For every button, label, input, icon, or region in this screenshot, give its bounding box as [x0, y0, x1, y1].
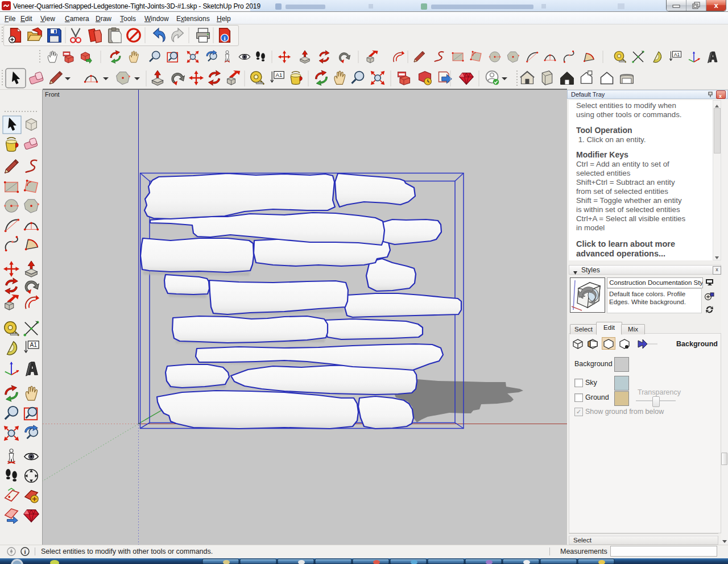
svg-text:i: i — [24, 548, 26, 555]
svg-text:x: x — [719, 93, 722, 99]
svg-text:Front: Front — [45, 91, 60, 98]
svg-text:x: x — [714, 1, 718, 10]
